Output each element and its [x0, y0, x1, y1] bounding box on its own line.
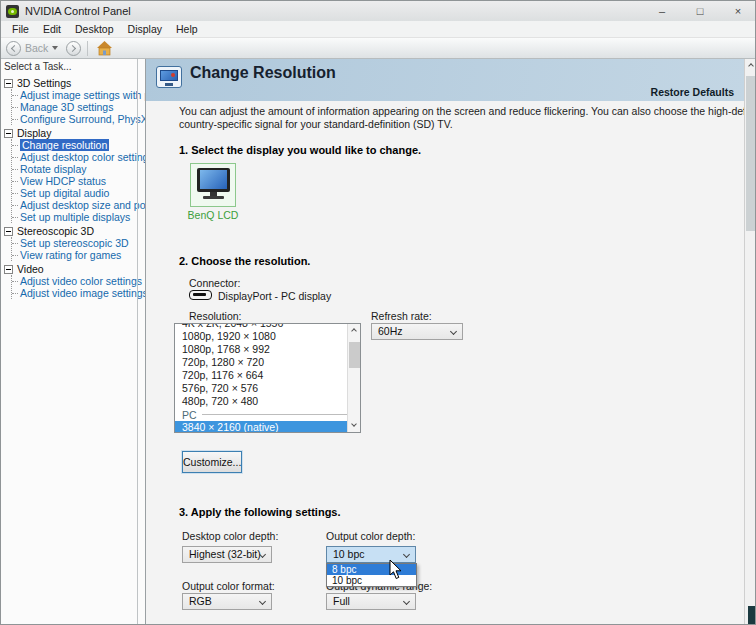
- task-tree: 3D Settings Adjust image settings with p…: [1, 77, 146, 299]
- forward-icon[interactable]: [66, 41, 81, 56]
- sidebar-item-adjust-image-settings[interactable]: Adjust image settings with preview: [12, 89, 146, 101]
- resolution-group-header: PC: [175, 408, 360, 421]
- tree-group-3d-settings: 3D Settings Adjust image settings with p…: [4, 77, 146, 125]
- mouse-cursor: [389, 559, 403, 580]
- navigation-toolbar: Back: [1, 38, 756, 59]
- menu-file[interactable]: File: [5, 22, 36, 36]
- resolution-row[interactable]: 1080p, 1920 × 1080: [175, 330, 360, 343]
- intro-text-line1: You can adjust the amount of information…: [179, 105, 744, 117]
- refresh-rate-dropdown[interactable]: 60Hz: [371, 323, 463, 340]
- page-header: Change Resolution Restore Defaults: [146, 59, 744, 101]
- output-color-format-label: Output color format:: [182, 580, 275, 592]
- collapse-icon[interactable]: [4, 129, 13, 138]
- sidebar-item-change-resolution[interactable]: Change resolution: [12, 139, 146, 151]
- intro-text-line2: country-specific signal for your standar…: [179, 118, 453, 130]
- sidebar-item-configure-surround[interactable]: Configure Surround, PhysX: [12, 113, 146, 125]
- resolution-row-selected[interactable]: 3840 × 2160 (native): [175, 421, 348, 433]
- minimize-button[interactable]: –: [643, 1, 681, 21]
- back-button-label[interactable]: Back: [25, 42, 48, 54]
- displayport-connector-icon: [189, 290, 212, 300]
- sidebar-header: Select a Task...: [1, 59, 146, 75]
- connector-value: DisplayPort - PC display: [218, 290, 331, 302]
- resolution-label: Resolution:: [189, 310, 242, 322]
- scrollbar-thumb[interactable]: [349, 342, 360, 368]
- menu-bar: File Edit Desktop Display Help: [1, 21, 756, 38]
- scroll-up-icon[interactable]: [348, 324, 361, 337]
- scroll-up-icon[interactable]: [745, 59, 756, 72]
- customize-button[interactable]: Customize...: [182, 451, 242, 473]
- close-button[interactable]: ×: [719, 1, 756, 21]
- sidebar-item-rotate-display[interactable]: Rotate display: [12, 163, 146, 175]
- maximize-button[interactable]: □: [681, 1, 719, 21]
- title-bar: NVIDIA Control Panel – □ ×: [1, 1, 756, 21]
- output-color-depth-options-list: 8 bpc 10 bpc: [326, 563, 417, 587]
- resolution-row[interactable]: 720p, 1280 × 720: [175, 356, 360, 369]
- step1-heading: 1. Select the display you would like to …: [179, 144, 421, 156]
- page-title: Change Resolution: [190, 64, 336, 82]
- monitor-icon: [197, 168, 230, 192]
- task-sidebar: Select a Task... 3D Settings Adjust imag…: [1, 59, 146, 625]
- tree-node-3d-settings[interactable]: 3D Settings: [4, 77, 146, 89]
- listbox-scrollbar[interactable]: [347, 324, 360, 432]
- sidebar-inner-border: [137, 59, 138, 625]
- chevron-down-icon: [403, 598, 410, 605]
- back-icon[interactable]: [6, 41, 21, 56]
- main-scrollbar[interactable]: [744, 59, 756, 625]
- chevron-down-icon: [450, 328, 457, 335]
- refresh-rate-label: Refresh rate:: [371, 310, 432, 322]
- window-corner: [748, 606, 755, 624]
- collapse-icon[interactable]: [4, 79, 13, 88]
- tree-node-stereoscopic-3d[interactable]: Stereoscopic 3D: [4, 225, 146, 237]
- window-title: NVIDIA Control Panel: [25, 5, 131, 17]
- chevron-down-icon: [259, 598, 266, 605]
- back-dropdown-icon[interactable]: [52, 46, 58, 50]
- sidebar-item-manage-3d-settings[interactable]: Manage 3D settings: [12, 101, 146, 113]
- change-resolution-icon: [156, 66, 182, 88]
- display-name-label: BenQ LCD: [174, 209, 252, 221]
- step2-heading: 2. Choose the resolution.: [179, 255, 310, 267]
- connector-label: Connector:: [189, 277, 240, 289]
- tree-node-display[interactable]: Display: [4, 127, 146, 139]
- tree-group-display: Display Change resolution Adjust desktop…: [4, 127, 146, 223]
- sidebar-item-set-up-digital-audio[interactable]: Set up digital audio: [12, 187, 146, 199]
- sidebar-item-adjust-video-color[interactable]: Adjust video color settings: [12, 275, 146, 287]
- scrollbar-thumb[interactable]: [746, 76, 756, 231]
- tree-group-stereoscopic-3d: Stereoscopic 3D Set up stereoscopic 3D V…: [4, 225, 146, 261]
- resolution-listbox[interactable]: 4K x 2K, 2048 × 1556 1080p, 1920 × 1080 …: [174, 323, 361, 433]
- resolution-row[interactable]: 576p, 720 × 576: [175, 382, 360, 395]
- display-selector[interactable]: [190, 163, 236, 207]
- desktop-color-depth-label: Desktop color depth:: [182, 530, 278, 542]
- desktop-color-depth-dropdown[interactable]: Highest (32-bit): [182, 546, 272, 563]
- menu-desktop[interactable]: Desktop: [68, 22, 121, 36]
- menu-edit[interactable]: Edit: [36, 22, 68, 36]
- menu-display[interactable]: Display: [121, 22, 169, 36]
- sidebar-item-view-hdcp-status[interactable]: View HDCP status: [12, 175, 146, 187]
- output-dynamic-range-dropdown[interactable]: Full: [326, 593, 416, 610]
- sidebar-item-view-rating-for-games[interactable]: View rating for games: [12, 249, 146, 261]
- scroll-down-icon[interactable]: [348, 419, 361, 432]
- resolution-row[interactable]: 720p, 1176 × 664: [175, 369, 360, 382]
- menu-help[interactable]: Help: [169, 22, 205, 36]
- collapse-icon[interactable]: [4, 265, 13, 274]
- sidebar-item-set-up-stereoscopic-3d[interactable]: Set up stereoscopic 3D: [12, 237, 146, 249]
- tree-group-video: Video Adjust video color settings Adjust…: [4, 263, 146, 299]
- sidebar-item-adjust-video-image[interactable]: Adjust video image settings: [12, 287, 146, 299]
- resolution-row[interactable]: 480p, 720 × 480: [175, 395, 360, 408]
- home-icon[interactable]: [96, 41, 113, 56]
- collapse-icon[interactable]: [4, 227, 13, 236]
- output-color-depth-label: Output color depth:: [326, 530, 415, 542]
- main-content: Change Resolution Restore Defaults You c…: [146, 59, 744, 625]
- chevron-down-icon: [403, 551, 410, 558]
- nvidia-logo-icon: [6, 5, 19, 18]
- step3-heading: 3. Apply the following settings.: [179, 506, 341, 518]
- toolbar-separator: [87, 41, 88, 56]
- sidebar-item-adjust-desktop-size[interactable]: Adjust desktop size and position: [12, 199, 146, 211]
- tree-node-video[interactable]: Video: [4, 263, 146, 275]
- nvidia-control-panel-window: NVIDIA Control Panel – □ × File Edit Des…: [0, 0, 756, 625]
- output-color-format-dropdown[interactable]: RGB: [182, 593, 272, 610]
- resolution-row[interactable]: 1080p, 1768 × 992: [175, 343, 360, 356]
- sidebar-item-adjust-desktop-color[interactable]: Adjust desktop color settings: [12, 151, 146, 163]
- sidebar-item-set-up-multiple-displays[interactable]: Set up multiple displays: [12, 211, 146, 223]
- restore-defaults-link[interactable]: Restore Defaults: [651, 86, 734, 98]
